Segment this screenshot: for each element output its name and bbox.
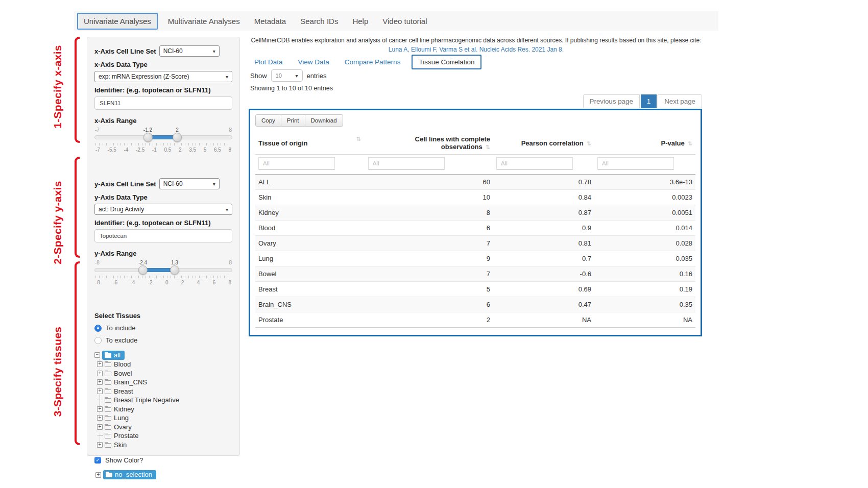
tree-node-label: Prostate bbox=[114, 432, 138, 440]
tree-node-kidney[interactable]: Kidney bbox=[97, 405, 232, 414]
tab-tissue-correlation[interactable]: Tissue Correlation bbox=[412, 55, 481, 69]
annotation-step1-label: 1-Specify x-axis bbox=[52, 38, 64, 135]
slider-track[interactable] bbox=[94, 135, 232, 139]
cell-r: 0.87 bbox=[493, 205, 594, 221]
sort-icon[interactable] bbox=[486, 144, 490, 150]
nav-item-video-tutorial[interactable]: Video tutorial bbox=[375, 13, 434, 29]
tissue-tree: all Blood Bowel Brain_CNS bbox=[94, 350, 232, 449]
x-axis-data-type-select[interactable]: exp: mRNA Expression (Z-Score) bbox=[94, 71, 232, 82]
slider-tick-label: 0.5 bbox=[164, 147, 171, 153]
slider-handle-from[interactable] bbox=[138, 265, 148, 275]
slider-grid: -8 -6 -4 -2 0 2 4 6 8 bbox=[95, 276, 231, 285]
tree-node-lung[interactable]: Lung bbox=[97, 413, 232, 423]
y-axis-range-slider[interactable]: -8 8 -2.4 1.3 -8 -6 -4 -2 0 2 4 6 bbox=[94, 260, 232, 289]
previous-page-button[interactable]: Previous page bbox=[583, 94, 640, 108]
slider-handle-to[interactable] bbox=[173, 133, 182, 142]
slider-track[interactable] bbox=[94, 268, 232, 272]
x-axis-range-slider[interactable]: -7 8 -1.2 2 -7 -5.5 -4 -2.5 -1 0.5 2 bbox=[94, 127, 232, 157]
column-header-cell-lines[interactable]: Cell lines with complete observations bbox=[365, 132, 493, 155]
expand-plus-icon[interactable] bbox=[97, 406, 103, 412]
slider-max-label: 8 bbox=[229, 127, 232, 133]
column-header-pearson[interactable]: Pearson correlation bbox=[493, 132, 594, 155]
nav-item-univariate-analyses[interactable]: Univariate Analyses bbox=[77, 13, 158, 30]
folder-icon bbox=[105, 425, 111, 430]
show-color-checkbox[interactable]: Show Color? bbox=[94, 456, 232, 464]
tree-node-no-selection-selected[interactable]: no_selection bbox=[103, 470, 156, 479]
nav-item-search-ids[interactable]: Search IDs bbox=[293, 13, 345, 29]
cell-tissue: Bowel bbox=[255, 266, 365, 282]
cell-tissue: Lung bbox=[255, 251, 365, 266]
slider-tick-marks bbox=[95, 143, 231, 145]
expand-plus-icon[interactable] bbox=[97, 361, 103, 367]
expand-plus-icon[interactable] bbox=[97, 424, 103, 430]
y-axis-cell-line-set-select[interactable]: NCI-60 bbox=[159, 178, 220, 189]
slider-from-value: -2.4 bbox=[138, 260, 147, 265]
filter-input-pvalue[interactable] bbox=[597, 157, 674, 169]
tree-node-label: Breast bbox=[114, 387, 133, 395]
sort-icon[interactable] bbox=[688, 140, 692, 147]
column-header-pvalue[interactable]: P-value bbox=[594, 132, 695, 155]
x-axis-identifier-input[interactable] bbox=[94, 96, 232, 110]
expand-plus-icon[interactable] bbox=[97, 442, 103, 448]
sort-icon[interactable] bbox=[356, 136, 360, 142]
next-page-button[interactable]: Next page bbox=[658, 94, 702, 108]
tree-node-breast-triple-negative[interactable]: Breast Triple Negative bbox=[97, 396, 232, 405]
slider-handle-to[interactable] bbox=[170, 265, 179, 275]
tree-node-prostate[interactable]: Prostate bbox=[97, 431, 232, 441]
expand-plus-icon[interactable] bbox=[97, 415, 103, 421]
y-axis-data-type-value: act: Drug Activity bbox=[99, 206, 144, 213]
tab-plot-data[interactable]: Plot Data bbox=[254, 58, 283, 66]
nav-item-metadata[interactable]: Metadata bbox=[247, 13, 294, 29]
nav-item-multivariate-analyses[interactable]: Multivariate Analyses bbox=[161, 13, 247, 29]
expand-plus-icon[interactable] bbox=[97, 379, 103, 385]
slider-tick-label: 8 bbox=[228, 280, 231, 285]
collapse-minus-icon[interactable] bbox=[94, 352, 100, 358]
cell-n: 7 bbox=[365, 266, 493, 282]
tree-node-label: Kidney bbox=[114, 405, 134, 413]
filter-input-cell-lines[interactable] bbox=[368, 157, 445, 169]
tree-node-all-selected[interactable]: all bbox=[102, 351, 125, 360]
print-button[interactable]: Print bbox=[281, 114, 305, 127]
citation-link[interactable]: Luna A, Elloumi F, Varma S et al. Nuclei… bbox=[250, 46, 702, 53]
expand-plus-icon[interactable] bbox=[97, 388, 103, 394]
cell-n: 9 bbox=[365, 251, 493, 266]
radio-to-include-label: To include bbox=[106, 324, 136, 332]
slider-handle-from[interactable] bbox=[143, 133, 153, 142]
expand-plus-icon[interactable] bbox=[97, 371, 103, 376]
expand-plus-icon[interactable] bbox=[95, 472, 101, 478]
radio-to-exclude[interactable]: To exclude bbox=[94, 336, 232, 344]
y-axis-identifier-input[interactable] bbox=[94, 229, 232, 242]
tab-view-data[interactable]: View Data bbox=[298, 58, 329, 66]
radio-to-include[interactable]: To include bbox=[94, 324, 232, 332]
x-axis-cell-line-set-label: x-Axis Cell Line Set bbox=[94, 47, 156, 55]
column-header-label: Pearson correlation bbox=[521, 139, 584, 147]
x-axis-cell-line-set-select[interactable]: NCI-60 bbox=[159, 45, 220, 57]
filter-input-tissue[interactable] bbox=[258, 157, 335, 169]
tree-node-all[interactable]: all bbox=[94, 350, 232, 360]
page-length-select[interactable]: 10 bbox=[271, 69, 303, 82]
tree-node-ovary[interactable]: Ovary bbox=[97, 423, 232, 432]
column-header-label: P-value bbox=[661, 139, 685, 147]
tree-node-bowel[interactable]: Bowel bbox=[97, 369, 232, 378]
filter-input-pearson[interactable] bbox=[496, 157, 573, 169]
tissues-group: Select Tissues To include To exclude all bbox=[94, 312, 232, 479]
download-button[interactable]: Download bbox=[305, 114, 343, 127]
tree-node-brain-cns[interactable]: Brain_CNS bbox=[97, 378, 232, 387]
tree-node-no-selection[interactable]: no_selection bbox=[95, 470, 232, 479]
tab-compare-patterns[interactable]: Compare Patterns bbox=[345, 58, 401, 66]
tree-node-blood[interactable]: Blood bbox=[97, 360, 232, 369]
cell-tissue: Skin bbox=[255, 190, 365, 205]
copy-button[interactable]: Copy bbox=[255, 114, 281, 127]
tree-node-label: Brain_CNS bbox=[114, 378, 147, 386]
nav-item-help[interactable]: Help bbox=[345, 13, 375, 29]
tree-node-breast[interactable]: Breast bbox=[97, 387, 232, 396]
column-header-tissue[interactable]: Tissue of origin bbox=[255, 132, 365, 155]
table-header-row: Tissue of origin Cell lines with complet… bbox=[255, 132, 695, 155]
current-page-button[interactable]: 1 bbox=[641, 94, 657, 108]
x-axis-range-label: x-Axis Range bbox=[94, 117, 232, 125]
cell-r: 0.78 bbox=[493, 175, 594, 190]
tree-node-skin[interactable]: Skin bbox=[97, 441, 232, 450]
x-axis-group: x-Axis Cell Line Set NCI-60 x-Axis Data … bbox=[94, 45, 232, 157]
y-axis-data-type-select[interactable]: act: Drug Activity bbox=[94, 204, 232, 215]
sort-icon[interactable] bbox=[587, 140, 591, 147]
